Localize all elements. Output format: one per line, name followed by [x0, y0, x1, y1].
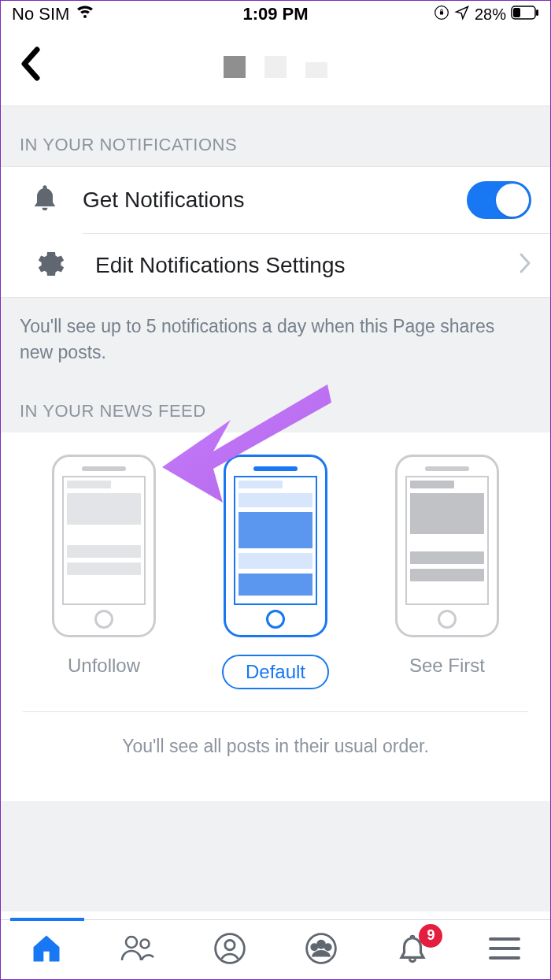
phone-illustration-seefirst [395, 455, 499, 637]
location-icon [454, 5, 470, 24]
orientation-lock-icon [434, 5, 449, 24]
get-notifications-label: Get Notifications [70, 187, 467, 213]
newsfeed-header: IN YOUR NEWS FEED [1, 388, 550, 432]
svg-point-11 [312, 944, 317, 949]
battery-icon [511, 6, 539, 24]
tab-menu[interactable] [459, 936, 550, 964]
notifications-header: IN YOUR NOTIFICATIONS [1, 106, 550, 166]
profile-icon [213, 932, 246, 968]
svg-point-6 [141, 939, 150, 948]
notifications-toggle[interactable] [467, 181, 531, 219]
svg-point-10 [318, 941, 325, 948]
phone-illustration-default [224, 455, 327, 637]
edit-settings-row[interactable]: Edit Notifications Settings [83, 233, 550, 297]
svg-point-12 [325, 944, 331, 949]
carrier-text: No SIM [12, 4, 69, 24]
page-title-placeholder [224, 56, 327, 78]
svg-rect-4 [536, 9, 538, 16]
tab-friends[interactable] [93, 934, 184, 967]
gear-icon [35, 248, 67, 283]
status-time: 1:09 PM [242, 4, 308, 24]
spacer [1, 801, 550, 911]
back-button[interactable] [20, 46, 42, 87]
hamburger-icon [489, 936, 520, 964]
option-see-first[interactable]: See First [372, 455, 522, 677]
friends-icon [120, 934, 156, 967]
get-notifications-row[interactable]: Get Notifications [1, 167, 550, 233]
svg-rect-1 [440, 11, 443, 14]
status-bar: No SIM 1:09 PM 28% [1, 1, 550, 28]
active-tab-indicator [10, 918, 84, 921]
tab-bar: 9 [1, 919, 550, 979]
edit-settings-label: Edit Notifications Settings [83, 253, 519, 278]
bell-icon [29, 183, 61, 217]
notifications-section: IN YOUR NOTIFICATIONS [1, 106, 550, 166]
option-seefirst-label: See First [409, 655, 485, 677]
svg-point-8 [225, 940, 235, 949]
toggle-knob [496, 184, 529, 217]
notification-badge: 9 [419, 924, 442, 948]
newsfeed-section: Unfollow Default [1, 432, 550, 801]
option-default-label: Default [222, 655, 329, 689]
home-icon [29, 931, 64, 969]
battery-percent: 28% [475, 6, 506, 24]
tab-profile[interactable] [184, 932, 276, 968]
tab-groups[interactable] [276, 932, 367, 968]
option-unfollow-label: Unfollow [68, 655, 140, 677]
nav-header [1, 28, 550, 106]
wifi-icon [76, 4, 94, 24]
option-default[interactable]: Default [201, 455, 350, 689]
groups-icon [305, 932, 338, 968]
phone-illustration-unfollow [52, 455, 156, 637]
tab-notifications[interactable]: 9 [368, 932, 459, 968]
svg-point-5 [126, 937, 137, 948]
notifications-hint: You'll see up to 5 notifications a day w… [1, 298, 550, 388]
tab-home[interactable] [1, 931, 92, 969]
svg-point-7 [215, 934, 244, 963]
svg-rect-3 [513, 8, 520, 17]
option-unfollow[interactable]: Unfollow [29, 455, 179, 677]
chevron-right-icon [519, 252, 531, 280]
newsfeed-hint: You'll see all posts in their usual orde… [1, 712, 550, 784]
